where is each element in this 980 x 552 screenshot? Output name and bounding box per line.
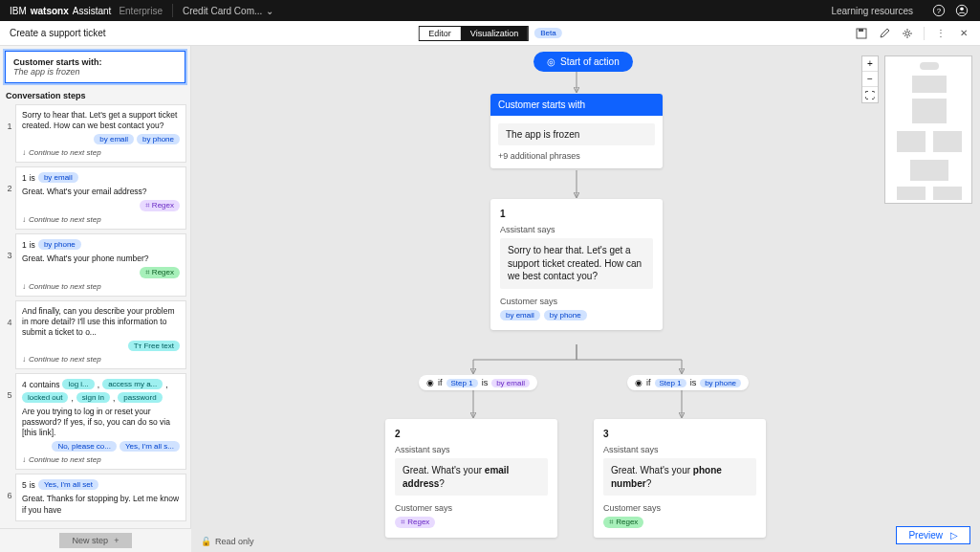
cond-step-num: 1 <box>22 173 27 183</box>
sidebar: Customer starts with: The app is frozen … <box>0 46 191 552</box>
node-header: Customer starts with <box>490 94 663 116</box>
view-toggle: Editor Visualization <box>418 26 529 41</box>
save-icon[interactable] <box>855 27 868 40</box>
condition-pill-right[interactable]: ◉ if Step 1 is by phone <box>627 375 749 390</box>
fit-screen-button[interactable]: ⛶ <box>862 87 878 102</box>
cond-chip: by phone <box>38 239 81 250</box>
continue-indicator: ↓Continue to next step <box>22 355 180 364</box>
arrow-down-icon: ↓ <box>22 148 26 157</box>
project-switcher[interactable]: Credit Card Com... ⌄ <box>183 6 273 16</box>
step-number: 6 <box>4 474 15 500</box>
minimap[interactable] <box>884 55 972 204</box>
action-title: Create a support ticket <box>10 28 106 38</box>
step-item[interactable]: 1 Sorry to hear that. Let's get a suppor… <box>4 104 186 166</box>
beta-badge: Beta <box>534 28 561 38</box>
value-chip: by phone <box>700 379 741 387</box>
step-item[interactable]: 2 1 is by email Great. What's your email… <box>4 166 186 233</box>
step-number: 5 <box>4 373 15 400</box>
flow-node-1[interactable]: 1 Assistant says Sorry to hear that. Let… <box>490 199 663 330</box>
lock-open-icon: 🔓 <box>201 537 211 546</box>
overflow-icon[interactable]: ⋮ <box>934 27 947 40</box>
help-icon[interactable]: ? <box>930 2 947 19</box>
start-label: Start of action <box>560 56 620 67</box>
assistant-text: Great. What's your phone number? <box>603 458 756 496</box>
response-type-chip: Tт Free text <box>128 341 180 351</box>
eye-icon: ◉ <box>635 378 642 387</box>
edit-icon[interactable] <box>878 27 891 40</box>
option-chip: Yes, I'm all s... <box>120 441 180 452</box>
tab-editor[interactable]: Editor <box>419 27 461 40</box>
close-icon[interactable]: ✕ <box>957 27 970 40</box>
flow-node-2[interactable]: 2 Assistant says Great. What's your emai… <box>385 419 557 538</box>
continue-indicator: ↓Continue to next step <box>22 455 180 464</box>
steps-list[interactable]: 1 Sorry to hear that. Let's get a suppor… <box>0 104 190 552</box>
value-chip: by email <box>491 379 530 387</box>
cond-chip: log i... <box>62 379 94 389</box>
more-phrases: +9 additional phrases <box>498 151 655 161</box>
comma: , <box>71 393 73 403</box>
svg-rect-5 <box>859 29 863 32</box>
start-of-action-pill[interactable]: ◎ Start of action <box>534 52 633 72</box>
customer-starts-node[interactable]: Customer starts with The app is frozen +… <box>490 94 663 168</box>
read-only-indicator: 🔓 Read only <box>201 537 254 546</box>
cond-chip: Yes, I'm all set <box>38 479 98 490</box>
step-number: 1 <box>4 104 15 131</box>
assistant-says-label: Assistant says <box>500 225 653 234</box>
cond-step-num: 5 <box>22 480 27 490</box>
cond-chip: password <box>118 392 162 403</box>
node-number: 1 <box>500 209 653 219</box>
step-text: Great. What's your phone number? <box>22 254 180 264</box>
cond-op: is <box>30 240 35 250</box>
comma: , <box>98 380 99 389</box>
cond-op: is <box>30 480 35 490</box>
flow-canvas[interactable]: ◎ Start of action Customer starts with T… <box>191 46 980 552</box>
main-layout: Customer starts with: The app is frozen … <box>0 46 980 552</box>
step-text: Great. Thanks for stopping by. Let me kn… <box>22 494 180 515</box>
response-type-chip: ⌗ Regex <box>140 200 180 211</box>
step-text: Are you trying to log in or reset your p… <box>22 407 180 438</box>
start-label: Customer starts with: <box>13 57 177 67</box>
comma: , <box>113 393 115 403</box>
arrow-down-icon: ↓ <box>22 282 26 291</box>
zoom-in-button[interactable]: + <box>862 56 878 72</box>
step-item[interactable]: 6 5 is Yes, I'm all set Great. Thanks fo… <box>4 474 186 524</box>
zoom-out-button[interactable]: − <box>862 72 878 87</box>
step-item[interactable]: 4 And finally, can you describe your pro… <box>4 300 186 373</box>
step-text: And finally, can you describe your probl… <box>22 306 180 338</box>
step-item[interactable]: 5 4 contains log i... , access my a... ,… <box>4 373 186 474</box>
flow-node-3[interactable]: 3 Assistant says Great. What's your phon… <box>594 419 766 538</box>
step-text: Great. What's your email address? <box>22 187 180 197</box>
tab-visualization[interactable]: Visualization <box>461 27 528 40</box>
plus-icon: + <box>114 536 119 545</box>
view-toggle-group: Editor Visualization Beta <box>418 26 561 41</box>
assistant-says-label: Assistant says <box>603 445 756 454</box>
step-item[interactable]: 3 1 is by phone Great. What's your phone… <box>4 233 186 300</box>
brand: IBM watsonx Assistant Enterprise <box>10 6 163 16</box>
gear-icon[interactable] <box>901 27 914 40</box>
step-text: Sorry to hear that. Let's get a support … <box>22 110 180 131</box>
continue-indicator: ↓Continue to next step <box>22 148 180 157</box>
cond-op: contains <box>30 380 60 389</box>
new-step-button[interactable]: New step + <box>59 533 133 548</box>
preview-button[interactable]: Preview ▷ <box>896 526 970 544</box>
user-avatar-icon[interactable] <box>953 2 970 19</box>
comma: , <box>165 380 167 389</box>
customer-says-label: Customer says <box>603 503 756 513</box>
assistant-says-label: Assistant says <box>395 445 548 454</box>
step-number: 4 <box>4 300 15 327</box>
arrow-down-icon: ↓ <box>22 355 26 364</box>
customer-starts-box[interactable]: Customer starts with: The app is frozen <box>5 51 185 83</box>
brand-edition: Enterprise <box>119 6 163 16</box>
customer-says-label: Customer says <box>500 297 653 306</box>
response-type-chip: ⌗ Regex <box>395 517 435 528</box>
svg-point-6 <box>905 32 909 35</box>
option-chip: by phone <box>544 310 587 320</box>
assistant-text: Sorry to hear that. Let's get a support … <box>500 238 653 289</box>
action-bar-tools: ⋮ ✕ <box>855 27 970 40</box>
cond-chip: by email <box>38 172 78 183</box>
assistant-text: Great. What's your email address? <box>395 458 548 496</box>
condition-pill-left[interactable]: ◉ if Step 1 is by email <box>419 375 537 390</box>
continue-indicator: ↓Continue to next step <box>22 215 180 224</box>
cond-chip: sign in <box>76 392 110 403</box>
learning-resources-link[interactable]: Learning resources <box>831 6 913 16</box>
